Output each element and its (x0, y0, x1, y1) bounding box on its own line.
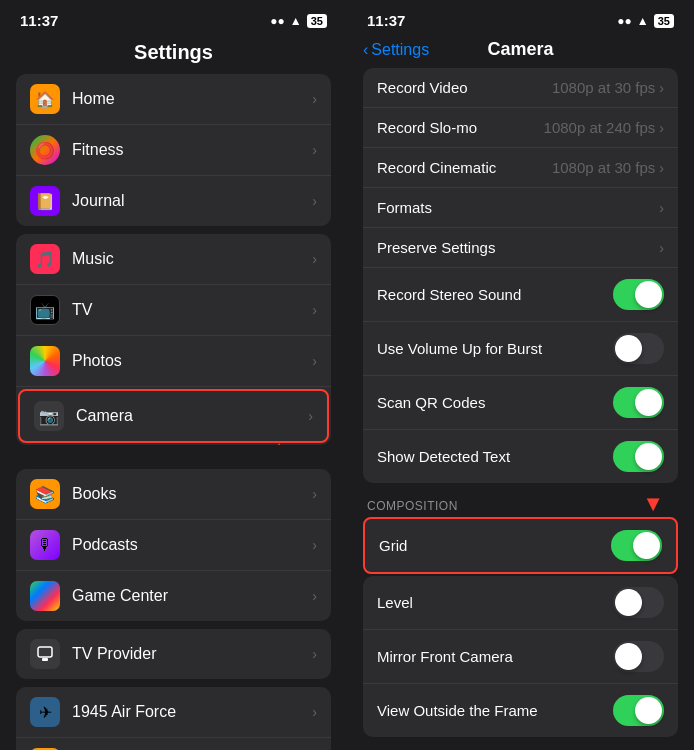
sidebar-item-camera[interactable]: 📷 Camera › (20, 391, 327, 441)
sidebar-item-home[interactable]: 🏠 Home › (16, 74, 331, 125)
left-status-bar: 11:37 ●● ▲ 35 (0, 0, 347, 35)
tvprovider-label: TV Provider (72, 645, 312, 663)
podcasts-icon: 🎙 (30, 530, 60, 560)
chevron-icon: › (312, 486, 317, 502)
composition-rows: Level Mirror Front Camera View Outside t… (363, 576, 678, 737)
gamecenter-label: Game Center (72, 587, 312, 605)
toggle-knob (635, 697, 662, 724)
chevron-icon: › (659, 80, 664, 96)
arrow-down-indicator: ▼ (642, 491, 664, 517)
record-video-row[interactable]: Record Video 1080p at 30 fps › (363, 68, 678, 108)
chevron-icon: › (308, 408, 313, 424)
record-video-label: Record Video (377, 79, 552, 96)
scan-qr-row[interactable]: Scan QR Codes (363, 376, 678, 430)
signal-icon: ●● (617, 14, 632, 28)
tvprovider-icon (30, 639, 60, 669)
photo-capture-section: PHOTO CAPTURE Photographic Styles (363, 745, 678, 750)
level-toggle[interactable] (613, 587, 664, 618)
sidebar-item-music[interactable]: 🎵 Music › (16, 234, 331, 285)
fitness-icon: ⭕ (30, 135, 60, 165)
left-status-icons: ●● ▲ 35 (270, 14, 327, 28)
record-stereo-row[interactable]: Record Stereo Sound (363, 268, 678, 322)
sidebar-item-fitness[interactable]: ⭕ Fitness › (16, 125, 331, 176)
record-slomo-row[interactable]: Record Slo-mo 1080p at 240 fps › (363, 108, 678, 148)
volume-burst-row[interactable]: Use Volume Up for Burst (363, 322, 678, 376)
chevron-icon: › (659, 120, 664, 136)
svg-rect-1 (42, 658, 48, 661)
mirror-front-toggle[interactable] (613, 641, 664, 672)
preserve-settings-row[interactable]: Preserve Settings › (363, 228, 678, 268)
sidebar-item-tvprovider[interactable]: TV Provider › (16, 629, 331, 679)
formats-row[interactable]: Formats › (363, 188, 678, 228)
books-label: Books (72, 485, 312, 503)
music-label: Music (72, 250, 312, 268)
camera-settings-list: Record Video 1080p at 30 fps › Record Sl… (347, 68, 694, 750)
show-detected-label: Show Detected Text (377, 448, 613, 465)
chevron-icon: › (312, 537, 317, 553)
home-label: Home (72, 90, 312, 108)
view-outside-toggle[interactable] (613, 695, 664, 726)
podcasts-label: Podcasts (72, 536, 312, 554)
chevron-icon: › (659, 160, 664, 176)
grid-row[interactable]: Grid (365, 519, 676, 572)
scan-qr-toggle[interactable] (613, 387, 664, 418)
sidebar-item-gamecenter[interactable]: Game Center › (16, 571, 331, 621)
svg-rect-0 (38, 647, 52, 657)
volume-burst-toggle[interactable] (613, 333, 664, 364)
sidebar-item-podcasts[interactable]: 🎙 Podcasts › (16, 520, 331, 571)
left-time: 11:37 (20, 12, 58, 29)
back-button[interactable]: ‹ Settings (363, 41, 429, 59)
settings-group-2: 🎵 Music › 📺 TV › Photos › 📷 Camera (16, 234, 331, 445)
arrow-up-indicator: ▲ (267, 435, 291, 445)
settings-group-3: 📚 Books › 🎙 Podcasts › Game Center › (16, 469, 331, 621)
wifi-icon: ▲ (637, 14, 649, 28)
chevron-icon: › (312, 646, 317, 662)
view-outside-row[interactable]: View Outside the Frame (363, 684, 678, 737)
record-slomo-label: Record Slo-mo (377, 119, 544, 136)
home-icon: 🏠 (30, 84, 60, 114)
sidebar-item-amazon[interactable]: 📦 Amazon › (16, 738, 331, 750)
chevron-icon: › (312, 193, 317, 209)
chevron-icon: › (312, 91, 317, 107)
record-cinematic-row[interactable]: Record Cinematic 1080p at 30 fps › (363, 148, 678, 188)
level-row[interactable]: Level (363, 576, 678, 630)
show-detected-toggle[interactable] (613, 441, 664, 472)
tv-icon: 📺 (30, 295, 60, 325)
record-video-value: 1080p at 30 fps (552, 79, 655, 96)
show-detected-row[interactable]: Show Detected Text (363, 430, 678, 483)
journal-label: Journal (72, 192, 312, 210)
books-icon: 📚 (30, 479, 60, 509)
grid-toggle[interactable] (611, 530, 662, 561)
sidebar-item-tv[interactable]: 📺 TV › (16, 285, 331, 336)
chevron-icon: › (312, 353, 317, 369)
chevron-icon: › (659, 240, 664, 256)
composition-header: COMPOSITION (363, 491, 678, 517)
mirror-front-row[interactable]: Mirror Front Camera (363, 630, 678, 684)
scan-qr-label: Scan QR Codes (377, 394, 613, 411)
formats-label: Formats (377, 199, 659, 216)
sidebar-item-photos[interactable]: Photos › (16, 336, 331, 387)
tv-label: TV (72, 301, 312, 319)
record-stereo-label: Record Stereo Sound (377, 286, 613, 303)
photo-capture-header: PHOTO CAPTURE (363, 745, 678, 750)
photos-label: Photos (72, 352, 312, 370)
toggle-knob (635, 443, 662, 470)
record-stereo-toggle[interactable] (613, 279, 664, 310)
sidebar-item-books[interactable]: 📚 Books › (16, 469, 331, 520)
camera-page-title: Camera (487, 39, 553, 60)
grid-row-container: Grid ▼ (363, 517, 678, 574)
grid-highlight-border: Grid (363, 517, 678, 574)
chevron-icon: › (659, 200, 664, 216)
right-nav-bar: ‹ Settings Camera (347, 35, 694, 68)
view-outside-label: View Outside the Frame (377, 702, 613, 719)
grid-label: Grid (379, 537, 611, 554)
airforce-icon: ✈ (30, 697, 60, 727)
level-label: Level (377, 594, 613, 611)
sidebar-item-journal[interactable]: 📔 Journal › (16, 176, 331, 226)
chevron-icon: › (312, 251, 317, 267)
photos-icon (30, 346, 60, 376)
chevron-icon: › (312, 588, 317, 604)
volume-burst-label: Use Volume Up for Burst (377, 340, 613, 357)
sidebar-item-airforce[interactable]: ✈ 1945 Air Force › (16, 687, 331, 738)
record-slomo-value: 1080p at 240 fps (544, 119, 656, 136)
